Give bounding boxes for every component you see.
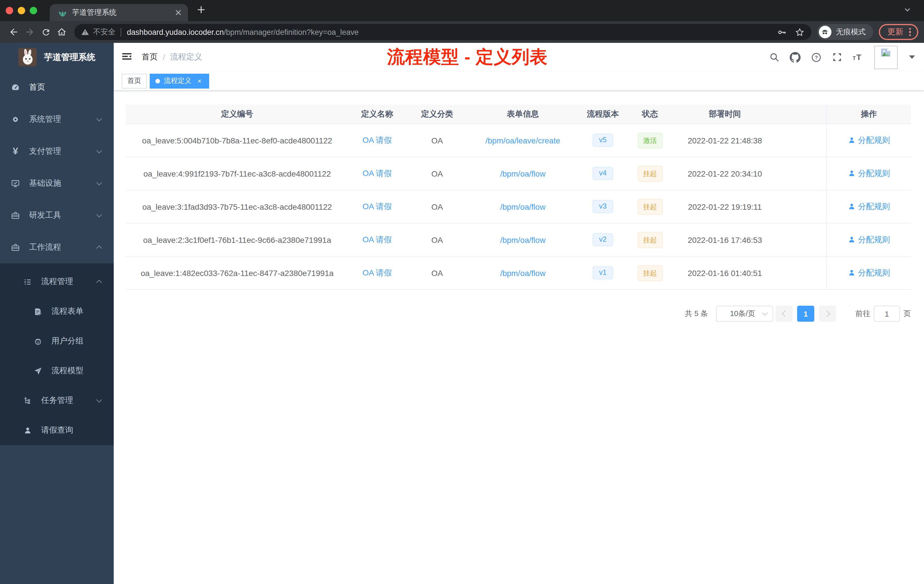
- chevron-down-icon: [96, 116, 102, 121]
- cell-definition-id: oa_leave:4:991f2193-7b7f-11ec-a3c8-acde4…: [126, 169, 348, 178]
- form-edit-icon: [33, 307, 42, 316]
- page-size-select[interactable]: 10条/页: [716, 306, 773, 322]
- tag-process-definition[interactable]: 流程定义 ×: [150, 73, 209, 88]
- password-key-icon[interactable]: [777, 27, 787, 37]
- toolbox-icon: [11, 211, 20, 220]
- form-link[interactable]: /bpm/oa/flow: [500, 235, 546, 244]
- goto-page-input[interactable]: [874, 306, 900, 322]
- form-link[interactable]: /bpm/oa/flow: [500, 202, 546, 211]
- cell-category: OA: [406, 235, 469, 244]
- browser-menu-update-button[interactable]: 更新: [879, 24, 918, 40]
- browser-tab[interactable]: 芋道管理系统: [50, 4, 188, 21]
- sidebar-item-leave-query[interactable]: 请假查询: [0, 416, 114, 445]
- sidebar-item-process-model[interactable]: 流程模型: [0, 356, 114, 386]
- back-icon[interactable]: [6, 24, 22, 40]
- zoom-window-button[interactable]: [30, 7, 37, 14]
- definition-name-link[interactable]: OA 请假: [363, 234, 392, 245]
- page-number-button[interactable]: 1: [797, 306, 814, 322]
- new-tab-button[interactable]: [197, 5, 205, 16]
- not-secure-warning-icon: [81, 28, 89, 36]
- cell-category: OA: [406, 202, 469, 211]
- url-bar[interactable]: 不安全 dashboard.yudao.iocoder.cn/bpm/manag…: [74, 24, 812, 40]
- help-icon[interactable]: ?: [811, 52, 822, 63]
- browser-tabstrip: 芋道管理系统: [0, 0, 924, 21]
- definition-name-link[interactable]: OA 请假: [363, 135, 392, 145]
- sidebar-item-system[interactable]: 系统管理: [0, 104, 114, 135]
- cell-definition-id: oa_leave:2:3c1f0ef1-76b1-11ec-9c66-a2380…: [126, 235, 348, 244]
- sidebar-item-user-group[interactable]: 用户分组: [0, 326, 114, 356]
- assign-rule-link[interactable]: 分配规则: [848, 135, 890, 145]
- status-badge: 挂起: [637, 165, 663, 181]
- sidebar-item-home[interactable]: 首页: [0, 71, 114, 104]
- logo-avatar: [18, 48, 36, 66]
- page-content: 定义编号 定义名称 定义分类 表单信息 流程版本 状态 部署时间 操作 oa_l…: [114, 91, 924, 584]
- breadcrumb-home[interactable]: 首页: [142, 52, 158, 62]
- person-icon: [848, 170, 855, 177]
- workflow-submenu: 流程管理 流程表单 用户分组: [0, 264, 114, 445]
- sidebar-item-workflow[interactable]: 工作流程: [0, 231, 114, 264]
- form-link[interactable]: /bpm/oa/flow: [500, 169, 546, 178]
- person-icon: [23, 426, 32, 435]
- col-deploy-time: 部署时间: [672, 109, 778, 119]
- github-icon[interactable]: [790, 52, 800, 63]
- assign-rule-link[interactable]: 分配规则: [848, 234, 890, 245]
- assign-rule-link[interactable]: 分配规则: [848, 268, 890, 278]
- fullscreen-icon[interactable]: [832, 52, 842, 62]
- incognito-badge: 无痕模式: [817, 24, 873, 40]
- cell-deploy-time: 2022-01-22 20:34:10: [672, 169, 778, 178]
- form-link[interactable]: /bpm/oa/flow: [500, 268, 546, 277]
- chevron-down-icon: [96, 180, 102, 185]
- col-status: 状态: [629, 109, 672, 119]
- navbar-actions: ? TT: [769, 45, 915, 69]
- incognito-icon: [819, 26, 832, 38]
- security-label[interactable]: 不安全: [93, 27, 116, 37]
- person-icon: [848, 236, 855, 243]
- sidebar-item-devtools[interactable]: 研发工具: [0, 200, 114, 231]
- definition-name-link[interactable]: OA 请假: [363, 201, 392, 212]
- bookmark-star-icon[interactable]: [795, 27, 805, 37]
- next-page-button[interactable]: [819, 306, 836, 322]
- definition-name-link[interactable]: OA 请假: [363, 168, 392, 178]
- tree-branch-icon: [23, 396, 32, 405]
- sidebar-collapse-icon[interactable]: [121, 51, 132, 63]
- tag-close-icon[interactable]: ×: [195, 77, 203, 85]
- col-definition-name: 定义名称: [348, 109, 406, 119]
- version-badge: v1: [593, 267, 613, 279]
- definition-name-link[interactable]: OA 请假: [363, 268, 392, 278]
- tags-view: 首页 流程定义 ×: [114, 71, 924, 91]
- sidebar-item-task-mgmt[interactable]: 任务管理: [0, 386, 114, 416]
- sidebar-item-process-mgmt[interactable]: 流程管理: [0, 267, 114, 297]
- minimize-window-button[interactable]: [18, 7, 25, 14]
- goto-label: 前往: [855, 308, 870, 319]
- prev-page-button[interactable]: [776, 306, 792, 322]
- assign-rule-link[interactable]: 分配规则: [848, 168, 890, 178]
- sidebar-item-process-form[interactable]: 流程表单: [0, 297, 114, 326]
- sidebar-item-payment[interactable]: ¥ 支付管理: [0, 135, 114, 167]
- forward-icon[interactable]: [22, 24, 38, 40]
- sidebar-item-infra[interactable]: 基础设施: [0, 167, 114, 200]
- close-window-button[interactable]: [6, 7, 13, 14]
- tab-close-icon[interactable]: [174, 8, 183, 17]
- tab-search-chevron-icon[interactable]: [903, 5, 911, 16]
- home-icon[interactable]: [54, 24, 70, 40]
- url-path: /bpm/manager/definition?key=oa_leave: [224, 28, 358, 36]
- chevron-down-icon: [96, 212, 102, 218]
- table-row: oa_leave:4:991f2193-7b7f-11ec-a3c8-acde4…: [126, 157, 911, 190]
- assign-rule-link[interactable]: 分配规则: [848, 201, 890, 212]
- cell-deploy-time: 2022-01-16 01:40:51: [672, 268, 778, 277]
- chevron-down-icon: [96, 397, 102, 403]
- version-badge: v5: [593, 134, 613, 147]
- avatar-caret-icon[interactable]: [909, 55, 915, 59]
- avatar[interactable]: [874, 45, 898, 69]
- form-link[interactable]: /bpm/oa/leave/create: [485, 136, 560, 145]
- font-size-icon[interactable]: TT: [853, 52, 864, 62]
- chevron-down-icon: [96, 148, 102, 153]
- url-host: dashboard.yudao.iocoder.cn: [127, 28, 224, 36]
- tag-home[interactable]: 首页: [122, 73, 147, 88]
- svg-text:?: ?: [815, 54, 818, 60]
- person-icon: [848, 269, 855, 277]
- reload-icon[interactable]: [38, 24, 54, 40]
- search-icon[interactable]: [769, 52, 779, 62]
- chevron-up-icon: [96, 246, 102, 251]
- sidebar-logo[interactable]: 芋道管理系统: [0, 43, 114, 71]
